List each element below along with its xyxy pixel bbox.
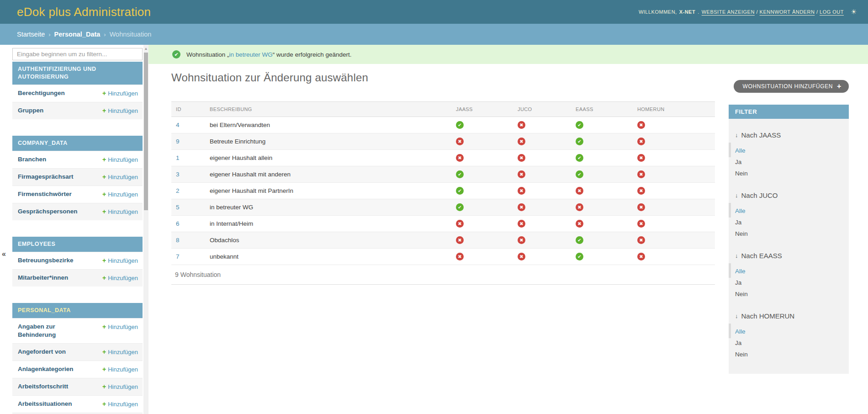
user-link-log-out[interactable]: LOG OUT bbox=[820, 9, 844, 15]
sidebar-item[interactable]: Firmenstichwörter+Hinzufügen bbox=[12, 186, 143, 203]
cross-icon: ✖ bbox=[637, 220, 645, 228]
sidebar-item-label[interactable]: Arbeitssituationen bbox=[18, 400, 72, 408]
breadcrumb-home[interactable]: Startseite bbox=[17, 31, 45, 38]
sidebar-item[interactable]: Betreuungsbezirke+Hinzufügen bbox=[12, 252, 143, 269]
filter-option-link[interactable]: Nein bbox=[735, 351, 748, 358]
sidebar-item[interactable]: Firmagesprächsart+Hinzufügen bbox=[12, 168, 143, 186]
row-id-link[interactable]: 1 bbox=[176, 154, 180, 161]
filter-option-ja[interactable]: Ja bbox=[735, 217, 842, 228]
filter-option-link[interactable]: Ja bbox=[735, 159, 741, 165]
flag-cell-eaass: ✖ bbox=[571, 183, 633, 199]
sidebar-add-link[interactable]: +Hinzufügen bbox=[102, 400, 138, 409]
sidebar-item-label[interactable]: Mitarbeiter*innen bbox=[18, 274, 68, 282]
filter-option-ja[interactable]: Ja bbox=[735, 337, 842, 349]
sidebar-add-link[interactable]: +Hinzufügen bbox=[102, 190, 138, 199]
filter-option-link[interactable]: Nein bbox=[735, 170, 748, 177]
sidebar-item-label[interactable]: Firmagesprächsart bbox=[18, 173, 74, 181]
sidebar-add-link[interactable]: +Hinzufügen bbox=[102, 323, 138, 331]
sidebar-item-label[interactable]: Arbeitsfortschritt bbox=[18, 382, 68, 391]
filter-option-link[interactable]: Alle bbox=[735, 147, 746, 154]
user-link-website-anzeigen[interactable]: WEBSITE ANZEIGEN bbox=[702, 9, 755, 15]
table-row: 6in Internat/Heim✖✖✖✖ bbox=[171, 216, 715, 232]
sidebar-item[interactable]: Angaben zur Behinderung+Hinzufügen bbox=[12, 318, 143, 343]
filter-option-link[interactable]: Ja bbox=[735, 279, 741, 286]
filter-option-nein[interactable]: Nein bbox=[735, 288, 842, 300]
sidebar-add-link[interactable]: +Hinzufügen bbox=[102, 155, 138, 164]
filter-option-link[interactable]: Nein bbox=[735, 291, 748, 297]
success-message-suffix: “ wurde erfolgreich geändert. bbox=[273, 51, 352, 58]
filter-option-link[interactable]: Alle bbox=[735, 328, 746, 335]
scrollbar-up-arrow-icon[interactable]: ▲ bbox=[143, 45, 148, 51]
filter-option-alle[interactable]: Alle bbox=[735, 145, 842, 156]
filter-option-nein[interactable]: Nein bbox=[735, 228, 842, 239]
sidebar-item-label[interactable]: Angefordert von bbox=[18, 348, 66, 356]
add-wohnsituation-button[interactable]: WOHNSITUATION HINZUFÜGEN + bbox=[734, 80, 849, 93]
row-id-link[interactable]: 5 bbox=[176, 204, 180, 211]
sidebar-item-label[interactable]: Gesprächspersonen bbox=[18, 207, 78, 216]
filter-option-alle[interactable]: Alle bbox=[735, 265, 842, 277]
sidebar-item-label[interactable]: Firmenstichwörter bbox=[18, 190, 72, 198]
row-id-link[interactable]: 2 bbox=[176, 187, 180, 194]
sidebar-item-label[interactable]: Angaben zur Behinderung bbox=[18, 323, 86, 339]
sidebar-add-link[interactable]: +Hinzufügen bbox=[102, 173, 138, 181]
sidebar-add-link[interactable]: +Hinzufügen bbox=[102, 256, 138, 265]
flag-cell-eaass: ✔ bbox=[571, 150, 633, 166]
sidebar-item-label[interactable]: Branchen bbox=[18, 155, 46, 164]
sidebar-item[interactable]: Arbeitssituationen+Hinzufügen bbox=[12, 395, 143, 413]
table-column: Wohnsituation zur Änderung auswählen IDB… bbox=[171, 64, 715, 374]
sidebar-add-link[interactable]: +Hinzufügen bbox=[102, 106, 138, 115]
sort-descending-icon: ↓ bbox=[735, 132, 738, 138]
sidebar-item[interactable]: Berechtigungen+Hinzufügen bbox=[12, 85, 143, 102]
table-row: 4bei Eltern/Verwandten✔✖✔✖ bbox=[171, 117, 715, 133]
sidebar-item[interactable]: Branchen+Hinzufügen bbox=[12, 151, 143, 168]
row-id-link[interactable]: 9 bbox=[176, 138, 180, 145]
sidebar-add-link[interactable]: +Hinzufügen bbox=[102, 348, 138, 356]
sidebar-add-link[interactable]: +Hinzufügen bbox=[102, 89, 138, 98]
row-id-link[interactable]: 8 bbox=[176, 237, 180, 244]
theme-toggle-icon[interactable]: ☀ bbox=[851, 8, 857, 16]
row-id-link[interactable]: 3 bbox=[176, 171, 180, 178]
filter-option-nein[interactable]: Nein bbox=[735, 349, 842, 360]
sidebar-add-link[interactable]: +Hinzufügen bbox=[102, 274, 138, 282]
success-message-link[interactable]: in betreuter WG bbox=[229, 51, 273, 58]
check-icon: ✔ bbox=[576, 138, 583, 145]
row-id-link[interactable]: 7 bbox=[176, 253, 180, 260]
sidebar-item[interactable]: Gesprächspersonen+Hinzufügen bbox=[12, 203, 143, 220]
filter-option-link[interactable]: Alle bbox=[735, 207, 746, 214]
sidebar-item-label[interactable]: Berechtigungen bbox=[18, 89, 65, 97]
filter-option-ja[interactable]: Ja bbox=[735, 156, 842, 168]
sidebar-add-link[interactable]: +Hinzufügen bbox=[102, 382, 138, 391]
filter-option-ja[interactable]: Ja bbox=[735, 277, 842, 288]
filter-option-link[interactable]: Ja bbox=[735, 219, 741, 226]
sidebar-collapse-icon[interactable]: « bbox=[2, 250, 6, 258]
breadcrumb-section[interactable]: Personal_Data bbox=[54, 31, 101, 38]
row-id-link[interactable]: 4 bbox=[176, 122, 180, 128]
cross-icon: ✖ bbox=[456, 154, 464, 162]
sidebar-item[interactable]: Angefordert von+Hinzufügen bbox=[12, 343, 143, 361]
sidebar-filter-input[interactable] bbox=[12, 48, 143, 60]
sidebar-item[interactable]: Mitarbeiter*innen+Hinzufügen bbox=[12, 269, 143, 287]
scrollbar-thumb[interactable] bbox=[144, 53, 148, 210]
row-id-link[interactable]: 6 bbox=[176, 220, 180, 227]
sidebar-item[interactable]: Anlagenkategorien+Hinzufügen bbox=[12, 361, 143, 378]
check-icon: ✔ bbox=[576, 170, 583, 178]
filter-option-link[interactable]: Ja bbox=[735, 340, 741, 346]
user-link-kennwort-ndern[interactable]: KENNWORT ÄNDERN bbox=[760, 9, 815, 15]
sidebar-item-label[interactable]: Anlagenkategorien bbox=[18, 365, 74, 373]
sidebar-section: COMPANY_DATABranchen+HinzufügenFirmagesp… bbox=[12, 136, 143, 220]
sidebar-add-link[interactable]: +Hinzufügen bbox=[102, 365, 138, 374]
filter-option-alle[interactable]: Alle bbox=[735, 326, 842, 337]
table-row: 7unbekannt✖✖✔✖ bbox=[171, 249, 715, 265]
filter-option-link[interactable]: Alle bbox=[735, 268, 746, 275]
sidebar-item-label[interactable]: Gruppen bbox=[18, 106, 43, 115]
sidebar-item[interactable]: Gruppen+Hinzufügen bbox=[12, 102, 143, 119]
filter-option-alle[interactable]: Alle bbox=[735, 205, 842, 217]
filter-groups: ↓Nach JAASSAlleJaNein↓Nach JUCOAlleJaNei… bbox=[729, 131, 849, 360]
sidebar-add-link[interactable]: +Hinzufügen bbox=[102, 207, 138, 216]
filter-option-link[interactable]: Nein bbox=[735, 230, 748, 237]
sidebar-scrollbar[interactable]: ▲ bbox=[143, 45, 148, 414]
sidebar-item-label[interactable]: Betreuungsbezirke bbox=[18, 256, 74, 265]
filter-option-nein[interactable]: Nein bbox=[735, 168, 842, 179]
filter-group-title: ↓Nach EAASS bbox=[735, 252, 842, 260]
sidebar-item[interactable]: Arbeitsfortschritt+Hinzufügen bbox=[12, 378, 143, 395]
